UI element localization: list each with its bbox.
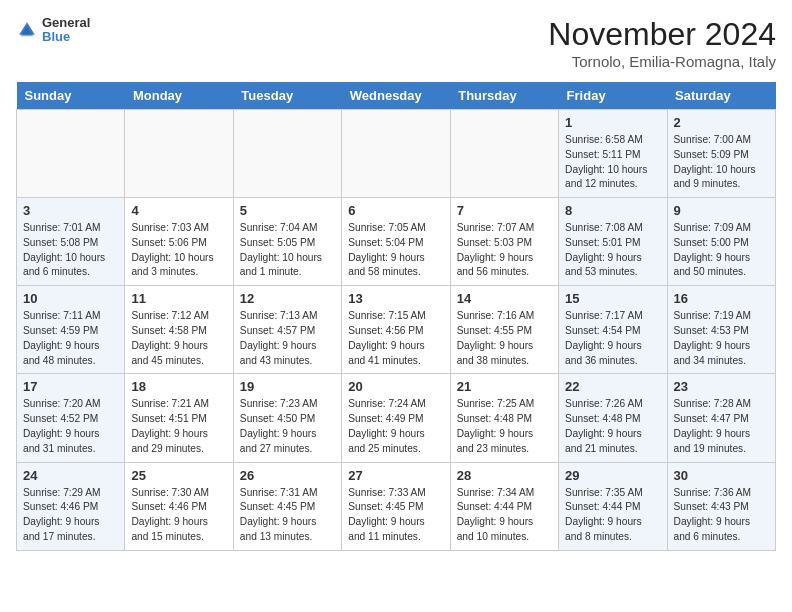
calendar-cell: 10Sunrise: 7:11 AM Sunset: 4:59 PM Dayli… bbox=[17, 286, 125, 374]
calendar-cell: 23Sunrise: 7:28 AM Sunset: 4:47 PM Dayli… bbox=[667, 374, 775, 462]
day-info: Sunrise: 7:13 AM Sunset: 4:57 PM Dayligh… bbox=[240, 309, 335, 368]
day-info: Sunrise: 7:24 AM Sunset: 4:49 PM Dayligh… bbox=[348, 397, 443, 456]
day-info: Sunrise: 7:34 AM Sunset: 4:44 PM Dayligh… bbox=[457, 486, 552, 545]
calendar-cell bbox=[450, 110, 558, 198]
calendar-cell: 9Sunrise: 7:09 AM Sunset: 5:00 PM Daylig… bbox=[667, 198, 775, 286]
day-info: Sunrise: 7:07 AM Sunset: 5:03 PM Dayligh… bbox=[457, 221, 552, 280]
calendar-cell: 7Sunrise: 7:07 AM Sunset: 5:03 PM Daylig… bbox=[450, 198, 558, 286]
day-number: 27 bbox=[348, 468, 443, 483]
calendar-cell bbox=[125, 110, 233, 198]
day-number: 16 bbox=[674, 291, 769, 306]
day-info: Sunrise: 7:11 AM Sunset: 4:59 PM Dayligh… bbox=[23, 309, 118, 368]
calendar-cell: 5Sunrise: 7:04 AM Sunset: 5:05 PM Daylig… bbox=[233, 198, 341, 286]
day-info: Sunrise: 7:36 AM Sunset: 4:43 PM Dayligh… bbox=[674, 486, 769, 545]
calendar-week-4: 17Sunrise: 7:20 AM Sunset: 4:52 PM Dayli… bbox=[17, 374, 776, 462]
logo: General Blue bbox=[16, 16, 90, 45]
day-info: Sunrise: 7:26 AM Sunset: 4:48 PM Dayligh… bbox=[565, 397, 660, 456]
calendar-cell: 19Sunrise: 7:23 AM Sunset: 4:50 PM Dayli… bbox=[233, 374, 341, 462]
day-number: 12 bbox=[240, 291, 335, 306]
logo-text: General Blue bbox=[42, 16, 90, 45]
calendar-cell: 4Sunrise: 7:03 AM Sunset: 5:06 PM Daylig… bbox=[125, 198, 233, 286]
calendar-cell bbox=[233, 110, 341, 198]
day-number: 14 bbox=[457, 291, 552, 306]
calendar-cell: 28Sunrise: 7:34 AM Sunset: 4:44 PM Dayli… bbox=[450, 462, 558, 550]
calendar-cell: 11Sunrise: 7:12 AM Sunset: 4:58 PM Dayli… bbox=[125, 286, 233, 374]
header-thursday: Thursday bbox=[450, 82, 558, 110]
calendar-cell: 1Sunrise: 6:58 AM Sunset: 5:11 PM Daylig… bbox=[559, 110, 667, 198]
calendar-cell: 22Sunrise: 7:26 AM Sunset: 4:48 PM Dayli… bbox=[559, 374, 667, 462]
day-number: 22 bbox=[565, 379, 660, 394]
calendar-week-3: 10Sunrise: 7:11 AM Sunset: 4:59 PM Dayli… bbox=[17, 286, 776, 374]
day-info: Sunrise: 7:09 AM Sunset: 5:00 PM Dayligh… bbox=[674, 221, 769, 280]
calendar-cell: 29Sunrise: 7:35 AM Sunset: 4:44 PM Dayli… bbox=[559, 462, 667, 550]
calendar-cell: 18Sunrise: 7:21 AM Sunset: 4:51 PM Dayli… bbox=[125, 374, 233, 462]
calendar-cell: 21Sunrise: 7:25 AM Sunset: 4:48 PM Dayli… bbox=[450, 374, 558, 462]
logo-icon bbox=[16, 19, 38, 41]
day-info: Sunrise: 7:31 AM Sunset: 4:45 PM Dayligh… bbox=[240, 486, 335, 545]
day-number: 9 bbox=[674, 203, 769, 218]
day-info: Sunrise: 7:04 AM Sunset: 5:05 PM Dayligh… bbox=[240, 221, 335, 280]
calendar-week-2: 3Sunrise: 7:01 AM Sunset: 5:08 PM Daylig… bbox=[17, 198, 776, 286]
day-number: 18 bbox=[131, 379, 226, 394]
calendar-week-1: 1Sunrise: 6:58 AM Sunset: 5:11 PM Daylig… bbox=[17, 110, 776, 198]
calendar-cell: 25Sunrise: 7:30 AM Sunset: 4:46 PM Dayli… bbox=[125, 462, 233, 550]
calendar-cell: 8Sunrise: 7:08 AM Sunset: 5:01 PM Daylig… bbox=[559, 198, 667, 286]
calendar-cell: 12Sunrise: 7:13 AM Sunset: 4:57 PM Dayli… bbox=[233, 286, 341, 374]
day-number: 23 bbox=[674, 379, 769, 394]
calendar-table: SundayMondayTuesdayWednesdayThursdayFrid… bbox=[16, 82, 776, 551]
day-number: 15 bbox=[565, 291, 660, 306]
calendar-cell: 14Sunrise: 7:16 AM Sunset: 4:55 PM Dayli… bbox=[450, 286, 558, 374]
header-saturday: Saturday bbox=[667, 82, 775, 110]
day-number: 7 bbox=[457, 203, 552, 218]
day-number: 26 bbox=[240, 468, 335, 483]
calendar-header-row: SundayMondayTuesdayWednesdayThursdayFrid… bbox=[17, 82, 776, 110]
day-info: Sunrise: 7:25 AM Sunset: 4:48 PM Dayligh… bbox=[457, 397, 552, 456]
day-number: 6 bbox=[348, 203, 443, 218]
title-area: November 2024 Tornolo, Emilia-Romagna, I… bbox=[548, 16, 776, 70]
day-number: 2 bbox=[674, 115, 769, 130]
day-number: 13 bbox=[348, 291, 443, 306]
day-info: Sunrise: 7:19 AM Sunset: 4:53 PM Dayligh… bbox=[674, 309, 769, 368]
month-title: November 2024 bbox=[548, 16, 776, 53]
day-number: 21 bbox=[457, 379, 552, 394]
day-info: Sunrise: 7:28 AM Sunset: 4:47 PM Dayligh… bbox=[674, 397, 769, 456]
day-info: Sunrise: 7:30 AM Sunset: 4:46 PM Dayligh… bbox=[131, 486, 226, 545]
day-info: Sunrise: 7:16 AM Sunset: 4:55 PM Dayligh… bbox=[457, 309, 552, 368]
header-monday: Monday bbox=[125, 82, 233, 110]
day-info: Sunrise: 7:21 AM Sunset: 4:51 PM Dayligh… bbox=[131, 397, 226, 456]
location-title: Tornolo, Emilia-Romagna, Italy bbox=[548, 53, 776, 70]
day-number: 24 bbox=[23, 468, 118, 483]
day-number: 19 bbox=[240, 379, 335, 394]
logo-line2: Blue bbox=[42, 30, 90, 44]
day-number: 20 bbox=[348, 379, 443, 394]
day-number: 11 bbox=[131, 291, 226, 306]
day-number: 28 bbox=[457, 468, 552, 483]
calendar-cell: 3Sunrise: 7:01 AM Sunset: 5:08 PM Daylig… bbox=[17, 198, 125, 286]
day-number: 29 bbox=[565, 468, 660, 483]
calendar-cell: 6Sunrise: 7:05 AM Sunset: 5:04 PM Daylig… bbox=[342, 198, 450, 286]
day-info: Sunrise: 6:58 AM Sunset: 5:11 PM Dayligh… bbox=[565, 133, 660, 192]
day-info: Sunrise: 7:35 AM Sunset: 4:44 PM Dayligh… bbox=[565, 486, 660, 545]
day-info: Sunrise: 7:03 AM Sunset: 5:06 PM Dayligh… bbox=[131, 221, 226, 280]
calendar-cell bbox=[17, 110, 125, 198]
calendar-cell: 20Sunrise: 7:24 AM Sunset: 4:49 PM Dayli… bbox=[342, 374, 450, 462]
day-number: 17 bbox=[23, 379, 118, 394]
header-wednesday: Wednesday bbox=[342, 82, 450, 110]
day-info: Sunrise: 7:17 AM Sunset: 4:54 PM Dayligh… bbox=[565, 309, 660, 368]
day-number: 5 bbox=[240, 203, 335, 218]
header-friday: Friday bbox=[559, 82, 667, 110]
day-info: Sunrise: 7:05 AM Sunset: 5:04 PM Dayligh… bbox=[348, 221, 443, 280]
calendar-cell: 16Sunrise: 7:19 AM Sunset: 4:53 PM Dayli… bbox=[667, 286, 775, 374]
calendar-cell bbox=[342, 110, 450, 198]
day-number: 3 bbox=[23, 203, 118, 218]
day-info: Sunrise: 7:12 AM Sunset: 4:58 PM Dayligh… bbox=[131, 309, 226, 368]
day-info: Sunrise: 7:23 AM Sunset: 4:50 PM Dayligh… bbox=[240, 397, 335, 456]
day-number: 30 bbox=[674, 468, 769, 483]
page-header: General Blue November 2024 Tornolo, Emil… bbox=[16, 16, 776, 70]
day-info: Sunrise: 7:29 AM Sunset: 4:46 PM Dayligh… bbox=[23, 486, 118, 545]
day-number: 10 bbox=[23, 291, 118, 306]
calendar-cell: 13Sunrise: 7:15 AM Sunset: 4:56 PM Dayli… bbox=[342, 286, 450, 374]
day-info: Sunrise: 7:08 AM Sunset: 5:01 PM Dayligh… bbox=[565, 221, 660, 280]
day-number: 25 bbox=[131, 468, 226, 483]
day-number: 8 bbox=[565, 203, 660, 218]
